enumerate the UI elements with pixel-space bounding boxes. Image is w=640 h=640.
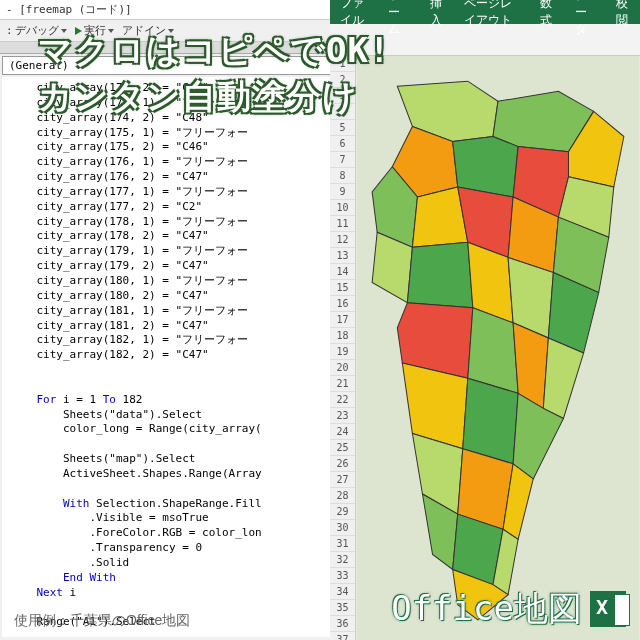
map-canvas[interactable] (356, 56, 640, 640)
excel-ribbon: ファイルホーム挿入ページレイアウト数式データ校閲 (330, 0, 640, 24)
row-header[interactable]: 12 (330, 232, 355, 248)
row-header[interactable]: 26 (330, 456, 355, 472)
ribbon-tab[interactable]: 挿入 (420, 0, 454, 29)
row-header[interactable]: 5 (330, 120, 355, 136)
choropleth-map (356, 56, 640, 640)
row-header[interactable]: 29 (330, 504, 355, 520)
row-header[interactable]: 24 (330, 424, 355, 440)
row-header[interactable]: 18 (330, 328, 355, 344)
product-name: Office地図 (391, 586, 582, 632)
row-header[interactable]: 16 (330, 296, 355, 312)
excel-sheet: 1234567891011121314151617181920212223242… (330, 56, 640, 640)
row-header[interactable]: 17 (330, 312, 355, 328)
headline-line1: マクロはコピペでOK! (38, 28, 628, 74)
row-header[interactable]: 31 (330, 536, 355, 552)
excel-icon (590, 591, 626, 627)
row-header[interactable]: 32 (330, 552, 355, 568)
footer-left-caption: 使用例：千葉県のOffice地図 (14, 612, 190, 630)
row-header[interactable]: 33 (330, 568, 355, 584)
row-header[interactable]: 9 (330, 184, 355, 200)
ribbon-tab[interactable]: 校閲 (606, 0, 640, 29)
row-header[interactable]: 35 (330, 600, 355, 616)
code-editor[interactable]: city_array(173, 2) = "C47" city_array(17… (2, 77, 377, 637)
row-header[interactable]: 6 (330, 136, 355, 152)
row-headers: 1234567891011121314151617181920212223242… (330, 56, 356, 640)
row-header[interactable]: 27 (330, 472, 355, 488)
row-header[interactable]: 14 (330, 264, 355, 280)
headline-line2: カンタン自動塗分け (38, 74, 628, 120)
ribbon-tab[interactable]: 数式 (530, 0, 564, 29)
ribbon-tab[interactable]: ページレイアウト (454, 0, 531, 29)
row-header[interactable]: 11 (330, 216, 355, 232)
row-header[interactable]: 34 (330, 584, 355, 600)
vbe-titlebar: - [freemap (コード)] (0, 0, 379, 20)
row-header[interactable]: 30 (330, 520, 355, 536)
row-header[interactable]: 22 (330, 392, 355, 408)
row-header[interactable]: 25 (330, 440, 355, 456)
row-header[interactable]: 20 (330, 360, 355, 376)
row-header[interactable]: 21 (330, 376, 355, 392)
row-header[interactable]: 7 (330, 152, 355, 168)
ribbon-tab[interactable]: ファイル (330, 0, 378, 29)
footer-right-overlay: Office地図 (391, 586, 626, 632)
row-header[interactable]: 28 (330, 488, 355, 504)
row-header[interactable]: 15 (330, 280, 355, 296)
row-header[interactable]: 23 (330, 408, 355, 424)
row-header[interactable]: 19 (330, 344, 355, 360)
headline-overlay: マクロはコピペでOK! カンタン自動塗分け (38, 28, 628, 120)
row-header[interactable]: 8 (330, 168, 355, 184)
row-header[interactable]: 13 (330, 248, 355, 264)
row-header[interactable]: 36 (330, 616, 355, 632)
row-header[interactable]: 10 (330, 200, 355, 216)
row-header[interactable]: 37 (330, 632, 355, 640)
